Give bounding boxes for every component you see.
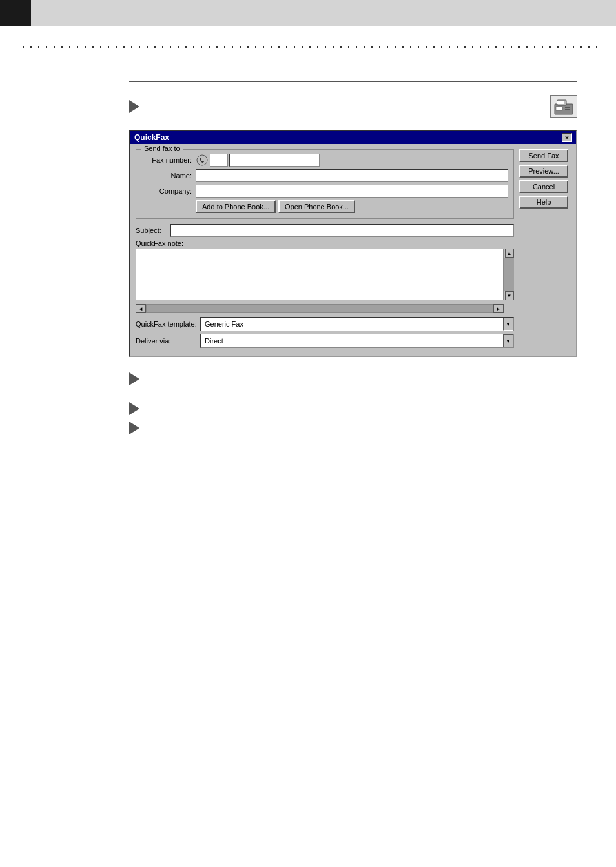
dialog-titlebar: QuickFax × (130, 131, 576, 144)
subject-label: Subject: (136, 227, 168, 234)
fax-svg (553, 97, 574, 116)
group-legend: Send fax to (141, 145, 183, 152)
phone-icon (196, 154, 209, 166)
cancel-button[interactable]: Cancel (519, 180, 568, 193)
arrow-icon-row (19, 95, 597, 118)
scroll-down-arrow[interactable]: ▼ (505, 291, 514, 300)
quickfax-dialog-wrapper: QuickFax × Send fax to Fax number: (129, 130, 577, 357)
header-bar (0, 0, 616, 26)
subject-input[interactable] (170, 224, 514, 237)
scroll-up-arrow[interactable]: ▲ (505, 249, 514, 258)
note-label: QuickFax note: (136, 240, 514, 247)
subject-row: Subject: (136, 224, 514, 237)
note-scrollbar-horizontal: ◄ ► (136, 304, 514, 313)
fax-machine-icon (550, 95, 577, 118)
svg-rect-5 (557, 101, 564, 104)
dialog-title: QuickFax (134, 133, 169, 142)
content-rule (129, 81, 577, 82)
arrow-row-1 (19, 372, 597, 385)
svg-point-6 (197, 155, 207, 165)
scroll-track-v (504, 258, 514, 291)
svg-rect-2 (556, 107, 562, 110)
send-fax-button[interactable]: Send Fax (519, 149, 568, 162)
fax-number-inputs (196, 154, 320, 167)
add-to-phonebook-button[interactable]: Add to Phone Book... (196, 200, 276, 213)
company-row: Company: (141, 185, 508, 198)
name-input[interactable] (196, 169, 508, 182)
svg-rect-4 (565, 109, 570, 110)
note-area-wrapper: ▲ ▼ (136, 249, 514, 300)
preview-button[interactable]: Preview... (519, 165, 568, 178)
scroll-track-h (146, 304, 493, 313)
dialog-left-panel: Send fax to Fax number: (136, 149, 514, 351)
company-label: Company: (141, 187, 192, 195)
arrow-row-3 (19, 422, 597, 434)
main-content: QuickFax × Send fax to Fax number: (0, 49, 616, 460)
template-value: Generic Fax (203, 320, 503, 328)
fax-number-input[interactable] (229, 154, 320, 167)
scroll-right-arrow[interactable]: ► (493, 304, 504, 313)
send-fax-to-group: Send fax to Fax number: (136, 149, 514, 219)
arrow-triangle-3 (129, 422, 139, 434)
name-row: Name: (141, 169, 508, 182)
fax-number-row: Fax number: (141, 154, 508, 167)
template-label: QuickFax template: (136, 320, 200, 328)
fax-number-label: Fax number: (141, 156, 192, 164)
svg-rect-3 (565, 107, 570, 108)
company-input[interactable] (196, 185, 508, 198)
dialog-right-panel: Send Fax Preview... Cancel Help (519, 149, 571, 351)
open-phonebook-button[interactable]: Open Phone Book... (278, 200, 355, 213)
help-button[interactable]: Help (519, 196, 568, 209)
deliver-value: Direct (203, 337, 503, 345)
arrow-triangle-2 (129, 402, 139, 415)
dialog-close-button[interactable]: × (562, 133, 572, 142)
name-label: Name: (141, 172, 192, 179)
arrow-triangle-1 (129, 372, 139, 385)
quickfax-dialog: QuickFax × Send fax to Fax number: (129, 130, 577, 357)
note-textarea[interactable] (136, 249, 504, 300)
arrow-row-2 (19, 402, 597, 415)
header-black-box (0, 0, 31, 26)
deliver-select[interactable]: Direct ▼ (200, 334, 514, 348)
deliver-label: Deliver via: (136, 337, 200, 345)
deliver-via-row: Deliver via: Direct ▼ (136, 334, 514, 348)
arrow-icon (129, 100, 139, 113)
header-title-area (31, 0, 616, 26)
scroll-left-arrow[interactable]: ◄ (136, 304, 146, 313)
dialog-body: Send fax to Fax number: (130, 144, 576, 356)
fax-area-code-input[interactable] (210, 154, 228, 167)
note-scrollbar-vertical: ▲ ▼ (504, 249, 514, 300)
template-row: QuickFax template: Generic Fax ▼ (136, 317, 514, 331)
scroll-corner (504, 304, 514, 313)
template-dropdown-arrow[interactable]: ▼ (503, 318, 513, 331)
deliver-dropdown-arrow[interactable]: ▼ (503, 334, 513, 347)
template-select[interactable]: Generic Fax ▼ (200, 317, 514, 331)
phonebook-buttons: Add to Phone Book... Open Phone Book... (141, 200, 508, 213)
